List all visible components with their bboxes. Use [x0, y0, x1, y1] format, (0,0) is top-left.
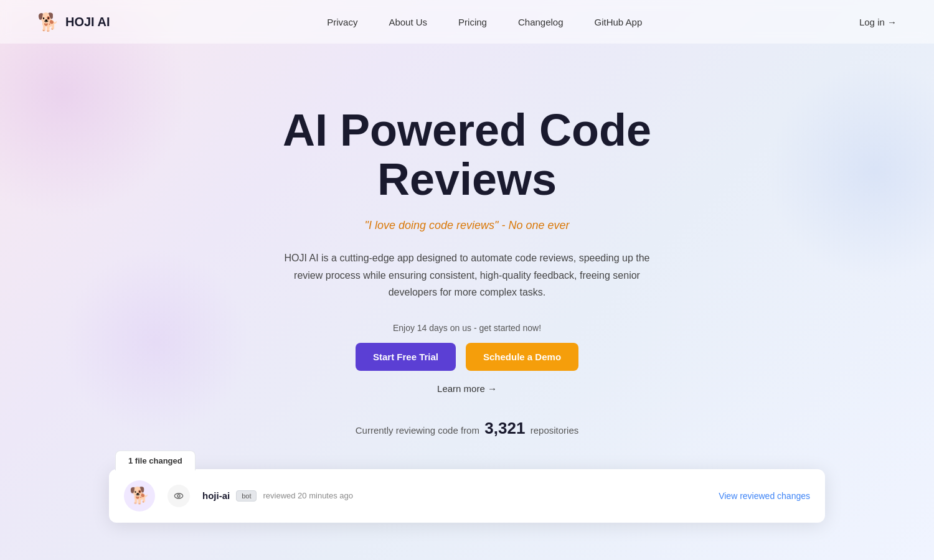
header: 🐕 HOJI AI Privacy About Us Pricing Chang… [0, 0, 934, 44]
cta-label: Enjoy 14 days on us - get started now! [393, 323, 541, 333]
stats-prefix: Currently reviewing code from [356, 425, 479, 436]
view-reviewed-changes-link[interactable]: View reviewed changes [719, 491, 810, 501]
learn-more-link[interactable]: Learn more → [437, 383, 497, 394]
nav-pricing[interactable]: Pricing [458, 17, 487, 27]
logo-text: HOJI AI [65, 15, 110, 29]
cta-buttons: Start Free Trial Schedule a Demo [356, 343, 578, 371]
nav-privacy[interactable]: Privacy [327, 17, 357, 27]
stats-number: 3,321 [484, 419, 525, 437]
svg-point-1 [177, 495, 180, 497]
login-link[interactable]: Log in → [859, 17, 897, 27]
demo-tab-files[interactable]: 1 file changed [115, 450, 196, 470]
nav-changelog[interactable]: Changelog [518, 17, 564, 27]
nav-about[interactable]: About Us [389, 17, 427, 27]
schedule-demo-button[interactable]: Schedule a Demo [466, 343, 578, 371]
hero-title: AI Powered Code Reviews [249, 106, 685, 204]
nav-github[interactable]: GitHub App [595, 17, 643, 27]
svg-point-0 [174, 493, 182, 498]
demo-tab-bar: 1 file changed [115, 450, 196, 470]
main-content: AI Powered Code Reviews "I love doing co… [0, 44, 934, 463]
hero-quote: "I love doing code reviews" - No one eve… [365, 219, 570, 232]
demo-user-row: hoji-ai bot reviewed 20 minutes ago [202, 490, 706, 502]
logo-area: 🐕 HOJI AI [37, 12, 110, 32]
eye-icon [167, 485, 190, 507]
hero-description: HOJI AI is a cutting-edge app designed t… [274, 250, 660, 301]
demo-info: hoji-ai bot reviewed 20 minutes ago [202, 490, 706, 502]
main-nav: Privacy About Us Pricing Changelog GitHu… [327, 17, 642, 27]
stats-suffix: repositories [531, 425, 579, 436]
logo-icon: 🐕 [37, 12, 59, 32]
demo-avatar: 🐕 [124, 480, 155, 511]
stats-text: Currently reviewing code from 3,321 repo… [356, 419, 579, 438]
demo-card: 1 file changed 🐕 hoji-ai bot reviewed 20… [109, 469, 825, 523]
start-trial-button[interactable]: Start Free Trial [356, 343, 456, 371]
demo-reviewed-time: reviewed 20 minutes ago [263, 491, 353, 500]
demo-bot-badge: bot [236, 490, 257, 502]
demo-username: hoji-ai [202, 490, 230, 501]
